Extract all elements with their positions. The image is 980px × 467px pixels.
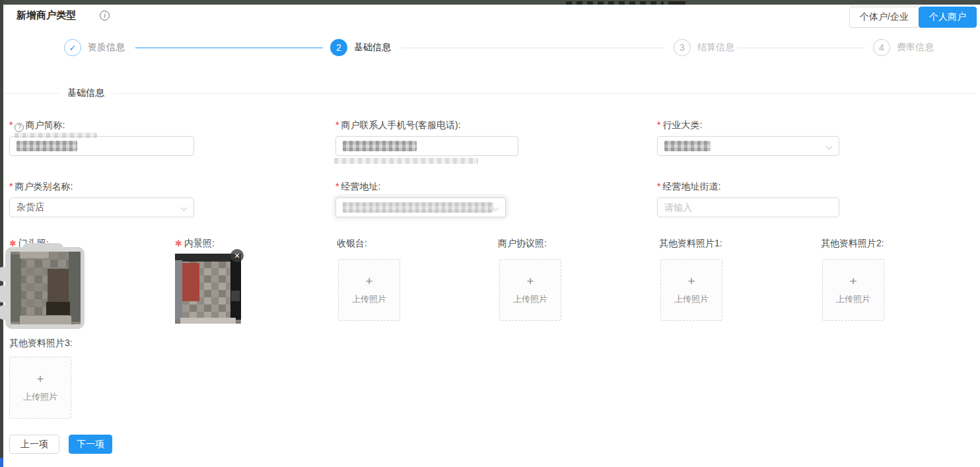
- interior-photo-label: ✱内景照:: [175, 238, 215, 250]
- contact-phone-input[interactable]: [335, 136, 518, 156]
- contact-phone-label: *商户联系人手机号(客服电话):: [335, 120, 461, 131]
- plus-icon: +: [687, 275, 695, 287]
- check-icon: ✓: [64, 39, 81, 56]
- upload-text: 上传照片: [513, 293, 547, 305]
- step-rate-info: 4 费率信息: [873, 39, 934, 56]
- page-title: 新增商户类型: [17, 9, 76, 22]
- plus-icon: +: [526, 275, 534, 287]
- upload-text: 上传照片: [836, 293, 870, 305]
- other-photo2-upload-box[interactable]: + 上传照片: [822, 259, 884, 321]
- redaction-smudge: [334, 158, 478, 164]
- cashier-photo-label: 收银台:: [337, 238, 367, 250]
- chevron-down-icon: [493, 205, 499, 211]
- door-photo-image[interactable]: [11, 252, 81, 324]
- merchant-form-page: 新增商户类型 i 个体户/企业 个人商户 ✓ 资质信息 2 基础信息 3 结算信…: [0, 0, 980, 467]
- required-mark: *: [335, 181, 339, 192]
- other-photo1-upload-box[interactable]: + 上传照片: [660, 259, 722, 321]
- interior-photo-image[interactable]: [175, 254, 241, 324]
- other-photo2-label: 其他资料照片2:: [821, 238, 884, 250]
- merchant-category-label: *商户类别名称:: [9, 181, 73, 193]
- chevron-down-icon: [181, 205, 188, 211]
- step-number: 3: [674, 39, 691, 56]
- plus-icon: +: [36, 373, 44, 385]
- step-connector: [737, 48, 865, 48]
- merchant-short-name-label: *?商户简称:: [9, 120, 65, 132]
- section-divider-basic-info: 基础信息: [3, 87, 977, 99]
- business-address-label: *经营地址:: [335, 181, 380, 193]
- step-label: 资质信息: [88, 42, 125, 54]
- other-photo3-label: 其他资料照片3:: [9, 338, 73, 349]
- other-photo1-label: 其他资料照片1:: [659, 238, 722, 250]
- step-connector: [402, 48, 664, 48]
- business-street-input[interactable]: [664, 202, 832, 213]
- required-mark: *: [657, 181, 660, 192]
- required-mark: *: [657, 120, 660, 130]
- background-left-strip: [0, 0, 3, 467]
- plus-icon: +: [849, 275, 857, 287]
- clipped-background-text: [668, 1, 685, 5]
- industry-category-select[interactable]: [657, 136, 839, 156]
- business-street-label: *经营地址街道:: [657, 181, 720, 193]
- agreement-upload-box[interactable]: + 上传照片: [499, 259, 561, 321]
- background-left-strip-accent: [0, 458, 3, 467]
- tab-individual-enterprise[interactable]: 个体户/企业: [849, 7, 919, 28]
- step-basic-info: 2 基础信息: [330, 39, 391, 56]
- upload-text: 上传照片: [674, 293, 709, 305]
- step-number: 2: [330, 39, 347, 56]
- business-street-field: [657, 198, 839, 217]
- merchant-short-name-input[interactable]: [9, 136, 194, 156]
- redacted-value: [17, 141, 77, 151]
- step-settlement-info: 3 结算信息: [674, 39, 734, 56]
- upload-text: 上传照片: [352, 293, 386, 305]
- business-address-select[interactable]: [335, 198, 506, 217]
- next-button[interactable]: 下一项: [69, 435, 112, 454]
- required-mark: *: [9, 181, 13, 192]
- clipped-background-text: [566, 1, 664, 5]
- plus-icon: +: [365, 275, 372, 287]
- step-number: 4: [873, 39, 890, 56]
- info-icon[interactable]: i: [100, 11, 110, 20]
- agreement-photo-label: 商户协议照:: [498, 238, 547, 250]
- step-label: 结算信息: [697, 42, 734, 54]
- cashier-upload-box[interactable]: + 上传照片: [338, 259, 400, 321]
- close-icon[interactable]: ✕: [230, 249, 244, 262]
- other-photo3-upload-box[interactable]: + 上传照片: [9, 357, 71, 419]
- step-label: 费率信息: [897, 42, 934, 54]
- step-connector: [135, 48, 323, 48]
- step-label: 基础信息: [354, 42, 391, 54]
- redacted-value: [343, 141, 417, 151]
- background-top-strip: [0, 0, 980, 5]
- merchant-category-select[interactable]: 杂货店: [9, 198, 194, 217]
- section-title: 基础信息: [67, 87, 104, 99]
- tab-personal-merchant[interactable]: 个人商户: [919, 7, 977, 28]
- step-qualification: ✓ 资质信息: [64, 39, 125, 56]
- chevron-down-icon: [826, 143, 833, 150]
- upload-text: 上传照片: [23, 391, 57, 403]
- industry-category-label: *行业大类:: [657, 120, 702, 131]
- previous-button[interactable]: 上一项: [9, 435, 59, 454]
- redacted-value: [343, 202, 493, 213]
- help-icon[interactable]: ?: [15, 123, 24, 132]
- required-mark: *: [335, 120, 339, 130]
- required-mark: *: [9, 120, 13, 130]
- redacted-value: [664, 141, 711, 151]
- merchant-type-toggle: 个体户/企业 个人商户: [849, 7, 977, 28]
- redaction-smudge: [15, 133, 97, 138]
- selected-value: 杂货店: [17, 201, 44, 213]
- required-mark: ✱: [175, 238, 182, 248]
